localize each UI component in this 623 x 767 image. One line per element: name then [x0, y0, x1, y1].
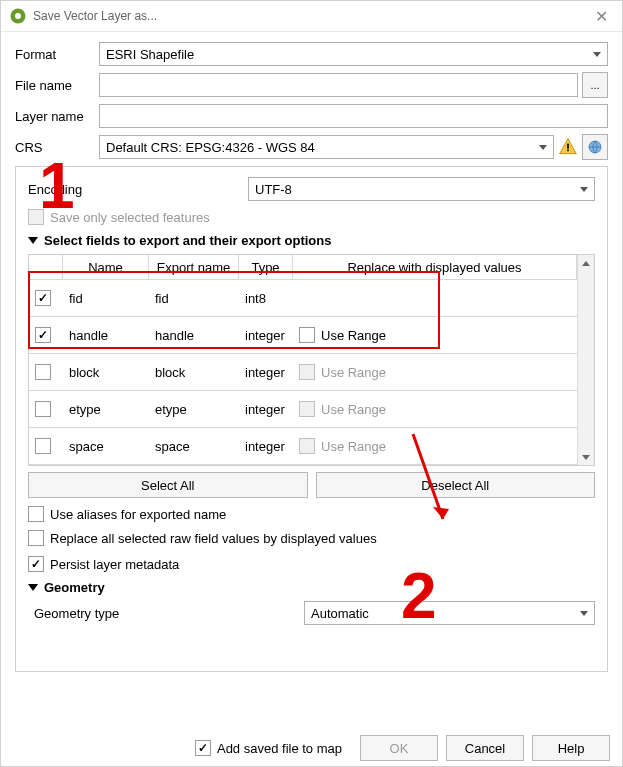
dialog-footer: Add saved file to map OK Cancel Help — [1, 730, 622, 766]
close-icon[interactable]: ✕ — [589, 7, 614, 26]
field-export-name[interactable]: space — [149, 428, 239, 464]
add-to-map-checkbox[interactable] — [195, 740, 211, 756]
use-range-label: Use Range — [321, 439, 386, 454]
format-combo[interactable]: ESRI Shapefile — [99, 42, 608, 66]
field-export-name[interactable]: block — [149, 354, 239, 390]
field-name: block — [63, 354, 149, 390]
use-aliases-checkbox[interactable] — [28, 506, 44, 522]
geometry-type-label: Geometry type — [34, 606, 304, 621]
chevron-down-icon — [593, 52, 601, 57]
crs-label: CRS — [15, 140, 99, 155]
select-all-button[interactable]: Select All — [28, 472, 308, 498]
field-name: fid — [63, 280, 149, 316]
table-row: etypeetypeintegerUse Range — [29, 391, 577, 428]
geometry-type-combo[interactable]: Automatic — [304, 601, 595, 625]
field-type: integer — [239, 354, 293, 390]
filename-input[interactable] — [99, 73, 578, 97]
help-button[interactable]: Help — [532, 735, 610, 761]
filename-label: File name — [15, 78, 99, 93]
table-row: spacespaceintegerUse Range — [29, 428, 577, 465]
geometry-section-header[interactable]: Geometry — [28, 580, 595, 595]
fields-table: Name Export name Type Replace with displ… — [29, 255, 577, 465]
field-checkbox[interactable] — [35, 327, 51, 343]
field-export-name[interactable]: etype — [149, 391, 239, 427]
field-name: etype — [63, 391, 149, 427]
chevron-down-icon — [580, 187, 588, 192]
field-name: space — [63, 428, 149, 464]
table-header: Name Export name Type Replace with displ… — [29, 255, 577, 280]
replace-all-checkbox[interactable] — [28, 530, 44, 546]
use-aliases-label: Use aliases for exported name — [50, 507, 226, 522]
fields-section-header[interactable]: Select fields to export and their export… — [28, 233, 595, 248]
table-row: handlehandleintegerUse Range — [29, 317, 577, 354]
collapse-icon — [28, 584, 38, 591]
layername-input[interactable] — [99, 104, 608, 128]
warning-icon — [558, 137, 578, 157]
chevron-down-icon — [580, 611, 588, 616]
layername-label: Layer name — [15, 109, 99, 124]
format-value: ESRI Shapefile — [106, 47, 194, 62]
use-range-label: Use Range — [321, 402, 386, 417]
field-export-name[interactable]: handle — [149, 317, 239, 353]
svg-point-1 — [15, 13, 21, 19]
field-type: integer — [239, 428, 293, 464]
svg-rect-2 — [567, 144, 569, 149]
deselect-all-button[interactable]: Deselect All — [316, 472, 596, 498]
field-checkbox[interactable] — [35, 438, 51, 454]
ok-button[interactable]: OK — [360, 735, 438, 761]
format-label: Format — [15, 47, 99, 62]
use-range-label: Use Range — [321, 328, 386, 343]
add-to-map-label: Add saved file to map — [217, 741, 342, 756]
svg-rect-3 — [567, 150, 569, 152]
globe-icon — [587, 139, 603, 155]
title-bar: Save Vector Layer as... ✕ — [1, 1, 622, 32]
field-checkbox[interactable] — [35, 401, 51, 417]
use-range-checkbox — [299, 438, 315, 454]
field-name: handle — [63, 317, 149, 353]
use-range-checkbox — [299, 364, 315, 380]
table-row: blockblockintegerUse Range — [29, 354, 577, 391]
field-checkbox[interactable] — [35, 364, 51, 380]
field-checkbox[interactable] — [35, 290, 51, 306]
persist-metadata-label: Persist layer metadata — [50, 557, 179, 572]
cancel-button[interactable]: Cancel — [446, 735, 524, 761]
encoding-combo[interactable]: UTF-8 — [248, 177, 595, 201]
crs-value: Default CRS: EPSG:4326 - WGS 84 — [106, 140, 315, 155]
save-selected-checkbox — [28, 209, 44, 225]
use-range-label: Use Range — [321, 365, 386, 380]
save-selected-label: Save only selected features — [50, 210, 210, 225]
app-icon — [9, 7, 27, 25]
field-type: integer — [239, 317, 293, 353]
browse-button[interactable]: ... — [582, 72, 608, 98]
table-row: fidfidint8 — [29, 280, 577, 317]
field-export-name[interactable]: fid — [149, 280, 239, 316]
chevron-down-icon — [539, 145, 547, 150]
encoding-label: Encoding — [28, 182, 248, 197]
persist-metadata-checkbox[interactable] — [28, 556, 44, 572]
replace-all-label: Replace all selected raw field values by… — [50, 531, 377, 546]
encoding-value: UTF-8 — [255, 182, 292, 197]
crs-combo[interactable]: Default CRS: EPSG:4326 - WGS 84 — [99, 135, 554, 159]
scrollbar[interactable] — [577, 255, 594, 465]
field-type: int8 — [239, 280, 293, 316]
crs-picker-button[interactable] — [582, 134, 608, 160]
window-title: Save Vector Layer as... — [33, 9, 589, 23]
field-type: integer — [239, 391, 293, 427]
geometry-type-value: Automatic — [311, 606, 369, 621]
use-range-checkbox[interactable] — [299, 327, 315, 343]
use-range-checkbox — [299, 401, 315, 417]
collapse-icon — [28, 237, 38, 244]
options-panel: Encoding UTF-8 Save only selected featur… — [15, 166, 608, 672]
